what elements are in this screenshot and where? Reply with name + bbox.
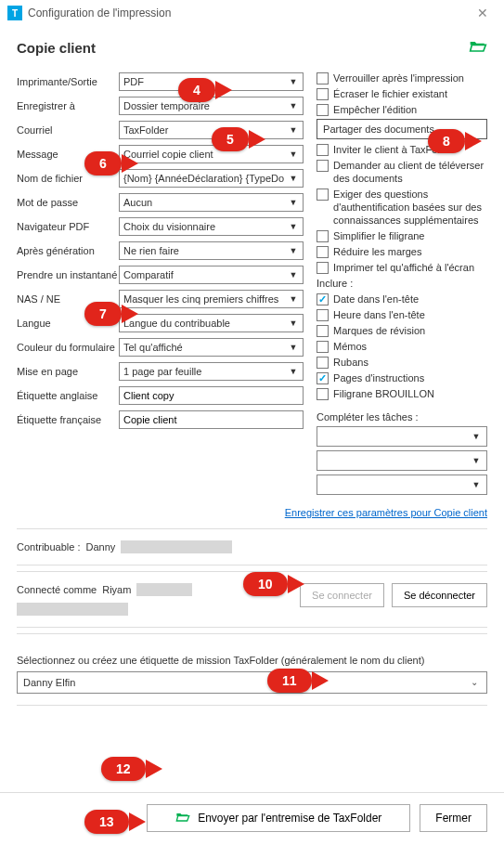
- password-label: Mot de passe: [17, 197, 119, 208]
- simplifywm-label: Simplifier le filigrane: [333, 229, 487, 242]
- page-title: Copie client: [17, 40, 96, 56]
- chevron-down-icon: ▼: [286, 146, 301, 162]
- chevron-down-icon: ▼: [286, 73, 301, 90]
- saveto-dropdown[interactable]: Dossier temporaire ▼: [119, 97, 304, 115]
- preventedit-checkbox[interactable]: [317, 104, 329, 116]
- layout-value: 1 page par feuille: [123, 366, 201, 377]
- callout-11: 11: [267, 669, 312, 693]
- task-dropdown-3[interactable]: ▼: [317, 474, 487, 495]
- close-button[interactable]: Fermer: [420, 804, 487, 832]
- chevron-down-icon: ▼: [286, 122, 301, 138]
- task-dropdown-2[interactable]: ▼: [317, 450, 487, 471]
- send-taxfolder-button[interactable]: Envoyer par l'entremise de TaxFolder: [147, 804, 410, 832]
- layout-label: Mise en page: [17, 366, 119, 377]
- app-icon: T: [7, 6, 22, 20]
- pdfviewer-value: Choix du visionnaire: [123, 221, 215, 232]
- chevron-down-icon: ▼: [286, 315, 301, 332]
- printer-label: Imprimante/Sortie: [17, 76, 119, 87]
- dateheader-checkbox[interactable]: [317, 293, 329, 306]
- memos-label: Mémos: [333, 340, 487, 353]
- chevron-down-icon: ▼: [286, 98, 301, 114]
- aftergen-dropdown[interactable]: Ne rien faire ▼: [119, 241, 304, 260]
- send-taxfolder-label: Envoyer par l'entremise de TaxFolder: [198, 812, 381, 825]
- callout-7: 7: [84, 302, 122, 326]
- nas-dropdown[interactable]: Masquer les cinq premiers chiffres ▼: [119, 290, 304, 308]
- chevron-down-icon: ⌄: [466, 672, 483, 693]
- overwrite-label: Écraser le fichier existant: [333, 87, 487, 100]
- password-dropdown[interactable]: Aucun ▼: [119, 193, 304, 212]
- snapshot-label: Prendre un instantané: [17, 269, 119, 280]
- pdfviewer-label: Navigateur PDF: [17, 221, 119, 232]
- frlabel-input[interactable]: [119, 410, 304, 429]
- draftwm-checkbox[interactable]: [317, 388, 329, 400]
- preventedit-label: Empêcher l'édition: [333, 103, 487, 116]
- asdisplayed-label: Imprimer tel qu'affiché à l'écran: [333, 261, 487, 274]
- language-value: Langue du contribuable: [123, 318, 230, 329]
- include-label: Inclure :: [317, 278, 487, 289]
- window-title: Configuration de l'impression: [28, 6, 469, 20]
- aftergen-value: Ne rien faire: [123, 245, 179, 256]
- callout-5: 5: [212, 127, 249, 151]
- memos-checkbox[interactable]: [317, 341, 329, 353]
- chevron-down-icon: ▼: [468, 475, 485, 494]
- timeheader-checkbox[interactable]: [317, 309, 329, 321]
- taxpayer-label: Contribuable :: [17, 541, 81, 552]
- save-settings-link[interactable]: Enregistrer ces paramètres pour Copie cl…: [285, 507, 487, 518]
- open-folder-icon[interactable]: [469, 37, 487, 58]
- filename-value: {Nom} {AnnéeDéclaration} {TypeDo: [123, 173, 299, 184]
- printer-value: PDF: [123, 76, 144, 87]
- filename-dropdown[interactable]: {Nom} {AnnéeDéclaration} {TypeDo ▼: [119, 169, 304, 188]
- asdisplayed-checkbox[interactable]: [317, 262, 329, 274]
- overwrite-checkbox[interactable]: [317, 88, 329, 100]
- upload-checkbox[interactable]: [317, 160, 329, 172]
- revmarks-label: Marques de révision: [333, 324, 487, 337]
- taxpayer-name: Danny: [86, 541, 116, 552]
- engagement-dropdown[interactable]: Danny Elfin ⌄: [17, 671, 487, 694]
- enlabel-input[interactable]: [119, 386, 304, 405]
- lock-checkbox[interactable]: [317, 72, 329, 84]
- reducemg-label: Réduire les marges: [333, 245, 487, 258]
- chevron-down-icon: ▼: [286, 363, 301, 380]
- message-dropdown[interactable]: Courriel copie client ▼: [119, 145, 304, 163]
- revmarks-checkbox[interactable]: [317, 325, 329, 337]
- draftwm-label: Filigrane BROUILLON: [333, 387, 487, 400]
- share-documents-label: Partager des documents: [323, 124, 434, 135]
- formcolor-value: Tel qu'affiché: [123, 342, 183, 353]
- connected-as-name: Riyam: [102, 584, 131, 595]
- folder-icon: [175, 811, 190, 826]
- tapes-label: Rubans: [333, 356, 487, 369]
- formcolor-dropdown[interactable]: Tel qu'affiché ▼: [119, 338, 304, 357]
- dateheader-label: Date dans l'en-tête: [333, 292, 487, 306]
- simplifywm-checkbox[interactable]: [317, 230, 329, 242]
- engagement-text: Sélectionnez ou créez une étiquette de m…: [17, 655, 487, 666]
- chevron-down-icon: ▼: [286, 339, 301, 356]
- formcolor-label: Couleur du formulaire: [17, 342, 119, 353]
- disconnect-button[interactable]: Se déconnecter: [392, 583, 487, 607]
- instrpages-label: Pages d'instructions: [333, 371, 487, 384]
- engagement-value: Danny Elfin: [23, 677, 75, 688]
- security-label: Exiger des questions d'authentification …: [333, 188, 487, 227]
- email-label: Courriel: [17, 124, 119, 136]
- layout-dropdown[interactable]: 1 page par feuille ▼: [119, 362, 304, 381]
- language-dropdown[interactable]: Langue du contribuable ▼: [119, 314, 304, 332]
- complete-tasks-label: Compléter les tâches :: [317, 411, 487, 422]
- pdfviewer-dropdown[interactable]: Choix du visionnaire ▼: [119, 217, 304, 236]
- callout-12: 12: [101, 757, 146, 781]
- security-checkbox[interactable]: [317, 188, 329, 201]
- chevron-down-icon: ▼: [286, 194, 301, 211]
- window-close-button[interactable]: ✕: [469, 6, 497, 20]
- snapshot-dropdown[interactable]: Comparatif ▼: [119, 266, 304, 284]
- reducemg-checkbox[interactable]: [317, 246, 329, 258]
- aftergen-label: Après génération: [17, 245, 119, 256]
- invite-checkbox[interactable]: [317, 144, 329, 156]
- connect-button[interactable]: Se connecter: [300, 583, 384, 607]
- tapes-checkbox[interactable]: [317, 357, 329, 369]
- callout-4: 4: [178, 78, 215, 102]
- task-dropdown-1[interactable]: ▼: [317, 426, 487, 447]
- snapshot-value: Comparatif: [123, 269, 174, 280]
- chevron-down-icon: ▼: [286, 218, 301, 235]
- callout-8: 8: [428, 129, 465, 153]
- nas-value: Masquer les cinq premiers chiffres: [123, 293, 293, 305]
- instrpages-checkbox[interactable]: [317, 372, 329, 384]
- frlabel-label: Étiquette française: [17, 414, 119, 425]
